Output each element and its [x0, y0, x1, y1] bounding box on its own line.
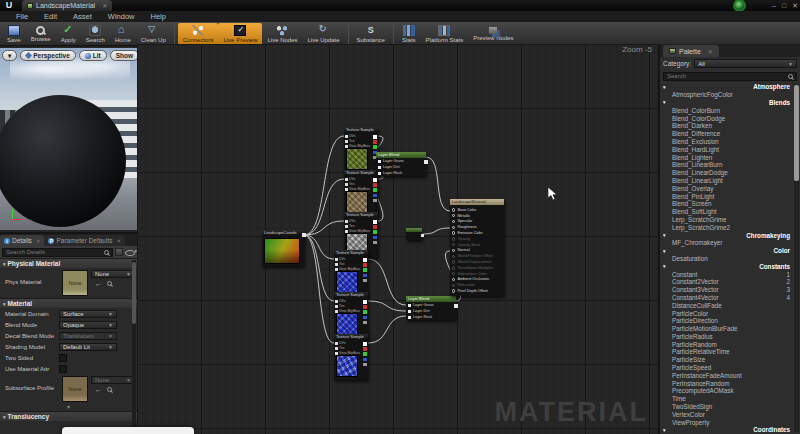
node-tex-norm1[interactable]: Texture SampleUVsTexView MipBias [334, 250, 368, 296]
output-pin[interactable] [454, 304, 458, 308]
palette-item[interactable]: Blend_HardLight [660, 145, 794, 153]
palette-item[interactable]: Lerp_ScratchGrime2 [660, 223, 794, 231]
palette-item[interactable]: ParticleRadius [660, 333, 794, 341]
material-input-pin[interactable]: Pixel Depth Offset [450, 288, 504, 294]
palette-category-header[interactable]: Chromakeying [660, 231, 794, 239]
palette-item[interactable]: Constant2Vector2 [660, 278, 794, 286]
output-pin[interactable] [363, 321, 367, 325]
input-pin[interactable]: Tex [335, 346, 360, 350]
output-pin[interactable] [363, 316, 367, 320]
material-domain-dropdown[interactable]: Surface▼ [59, 310, 117, 318]
toolbar-button-liveupdate[interactable]: Live Update [303, 23, 345, 45]
palette-item[interactable]: Blend_ColorBurn [660, 106, 794, 114]
palette-item[interactable]: Blend_Exclusion [660, 138, 794, 146]
output-pin[interactable] [363, 274, 367, 278]
tab-palette[interactable]: Palette ✕ [663, 45, 719, 57]
palette-category-header[interactable]: Blends [660, 99, 794, 107]
input-pin[interactable]: UVs [345, 177, 370, 181]
output-pin[interactable] [373, 145, 377, 149]
output-pin[interactable] [373, 230, 377, 234]
palette-item[interactable]: Blend_Screen [660, 200, 794, 208]
output-pin[interactable] [373, 188, 377, 192]
output-pin[interactable] [363, 268, 367, 272]
output-pin[interactable] [363, 358, 367, 362]
palette-item[interactable]: DistanceCullFade [660, 301, 794, 309]
output-pin[interactable] [373, 194, 377, 198]
decal-blend-mode-dropdown[interactable]: Translucent▼ [59, 332, 117, 340]
output-pin[interactable] [373, 183, 377, 187]
output-pin[interactable] [363, 342, 367, 346]
palette-item[interactable]: TwoSidedSign [660, 403, 794, 411]
input-pin[interactable]: Tex [345, 224, 370, 228]
palette-item[interactable]: PrecomputedAOMask [660, 387, 794, 395]
palette-item[interactable]: ViewProperty [660, 418, 794, 426]
menu-edit[interactable]: Edit [36, 12, 65, 21]
output-pin[interactable] [363, 347, 367, 351]
node-result[interactable]: LandscapeMaterialBase ColorMetallicSpecu… [450, 199, 504, 296]
details-expander[interactable]: ▾ [0, 404, 137, 411]
phys-material-thumbnail[interactable]: None [62, 270, 88, 296]
palette-item[interactable]: ParticleRandom [660, 340, 794, 348]
toolbar-button-livenodes[interactable]: Live Nodes [262, 23, 302, 45]
toolbar-button-previewnodes[interactable]: Preview Nodes [468, 23, 518, 45]
menu-asset[interactable]: Asset [65, 12, 100, 21]
lit-button[interactable]: Lit [79, 50, 107, 61]
palette-item[interactable]: ParticleDirection [660, 317, 794, 325]
section-material[interactable]: Material [0, 298, 137, 308]
shading-model-dropdown[interactable]: Default Lit▼ [59, 343, 117, 351]
palette-category-header[interactable]: Coordinates [660, 426, 794, 434]
palette-item[interactable]: Constant1 [660, 270, 794, 278]
input-pin[interactable]: Tex [345, 139, 370, 143]
section-physical-material[interactable]: Physical Material [0, 258, 137, 268]
toolbar-button-platformstats[interactable]: Platform Stats [421, 23, 469, 45]
palette-category-header[interactable]: Constants [660, 262, 794, 270]
node-tex-norm3[interactable]: Texture SampleUVsTexView MipBias [334, 334, 368, 380]
close-button[interactable]: ✕ [792, 2, 798, 10]
details-scrollbar[interactable] [132, 260, 136, 432]
grid-view-icon[interactable] [115, 248, 123, 256]
toolbar-button-cleanup[interactable]: Clean Up [136, 23, 171, 45]
input-pin[interactable]: Tex [345, 182, 370, 186]
palette-item[interactable]: Lerp_ScratchGrime [660, 216, 794, 224]
palette-item[interactable]: PerInstanceFadeAmount [660, 371, 794, 379]
output-pin[interactable] [373, 236, 377, 240]
tab-parameter-defaults[interactable]: P Parameter Defaults ✕ [44, 235, 125, 246]
input-pin[interactable]: UVs [335, 299, 360, 303]
output-pin[interactable] [302, 233, 306, 237]
toolbar-button-save[interactable]: Save [2, 23, 26, 45]
use-selected-asset-icon[interactable]: ← [95, 386, 102, 393]
use-selected-asset-icon[interactable]: ← [95, 280, 102, 287]
tab-details[interactable]: i Details ✕ [0, 235, 44, 246]
output-pin[interactable] [373, 241, 377, 245]
menu-help[interactable]: Help [142, 12, 173, 21]
node-coords[interactable]: LandscapeCoords [262, 230, 304, 266]
show-button[interactable]: Show [110, 50, 137, 61]
node-tex-norm2[interactable]: Texture SampleUVsTexView MipBias [334, 292, 368, 338]
perspective-button[interactable]: Perspective [20, 50, 76, 61]
category-dropdown[interactable]: All▼ [694, 59, 797, 68]
node-constant[interactable] [406, 228, 422, 240]
palette-item[interactable]: AtmosphericFogColor [660, 91, 794, 99]
asset-tab-close-icon[interactable]: ✕ [102, 2, 107, 9]
palette-item[interactable]: ParticleSpeed [660, 364, 794, 372]
palette-item[interactable]: Constant3Vector3 [660, 286, 794, 294]
palette-item[interactable]: Blend_ColorDodge [660, 114, 794, 122]
details-tab-close-icon[interactable]: ✕ [36, 238, 41, 244]
node-tex-dirt[interactable]: Texture SampleUVsTexView MipBias [344, 170, 378, 216]
palette-item[interactable]: Blend_PinLight [660, 192, 794, 200]
preview-viewport[interactable]: ▾ Perspective Lit Show [0, 48, 137, 230]
section-translucency[interactable]: Translucency [0, 411, 137, 421]
palette-item[interactable]: ParticleColor [660, 309, 794, 317]
output-pin[interactable] [363, 305, 367, 309]
output-pin[interactable] [363, 258, 367, 262]
viewport-options-button[interactable]: ▾ [2, 50, 17, 61]
output-pin[interactable] [363, 310, 367, 314]
palette-search-input[interactable]: Search [663, 72, 797, 81]
phys-material-dropdown[interactable]: None▼ [91, 270, 135, 278]
output-pin[interactable] [363, 352, 367, 356]
palette-item[interactable]: Constant4Vector4 [660, 294, 794, 302]
toolbar-button-stats[interactable]: Stats [397, 23, 421, 45]
output-pin[interactable] [363, 300, 367, 304]
use-material-attr-checkbox[interactable] [59, 365, 67, 373]
asset-tab[interactable]: LandscapeMaterial ✕ [22, 0, 112, 11]
